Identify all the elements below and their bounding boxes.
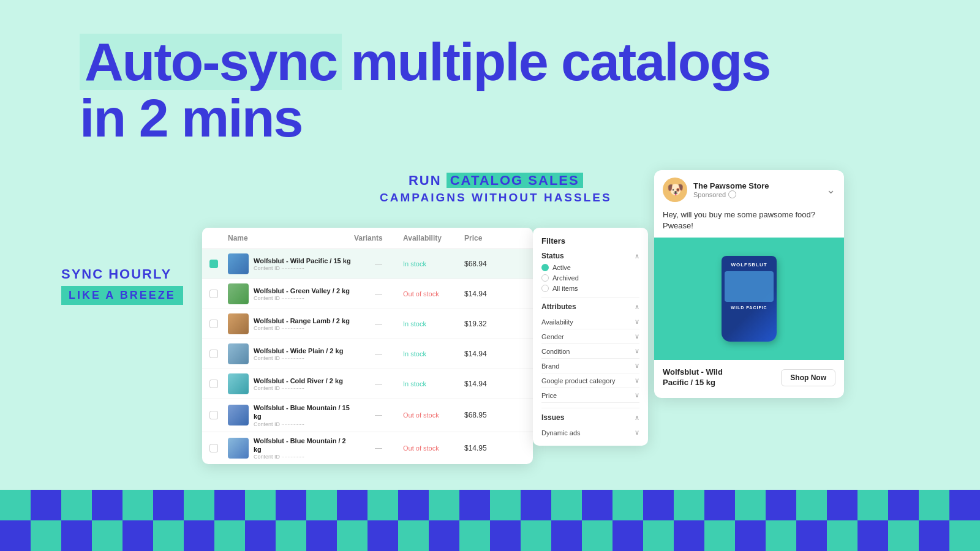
checker-cell bbox=[827, 490, 858, 520]
checker-cell bbox=[643, 520, 674, 551]
availability-cell: Out of stock bbox=[403, 290, 464, 298]
product-id: Content ID ··············· bbox=[254, 385, 343, 391]
attributes-section-header[interactable]: Attributes ∧ bbox=[541, 302, 639, 311]
availability-cell: Out of stock bbox=[403, 411, 464, 419]
checker-cell bbox=[398, 490, 429, 520]
product-id: Content ID ··············· bbox=[254, 265, 351, 271]
product-id: Content ID ··············· bbox=[254, 454, 354, 460]
checker-cell bbox=[858, 490, 888, 520]
checker-cell bbox=[521, 520, 551, 551]
checker-cell bbox=[766, 520, 796, 551]
table-row[interactable]: Wolfsblut - Range Lamb / 2 kg Content ID… bbox=[202, 309, 533, 339]
checker-cell bbox=[612, 490, 643, 520]
ad-header: 🐶 The Pawsome Store Sponsored ⌄ bbox=[654, 170, 844, 209]
checker-cell bbox=[888, 490, 919, 520]
filter-price[interactable]: Price ∨ bbox=[541, 388, 639, 403]
row-checkbox[interactable] bbox=[209, 411, 228, 419]
sponsored-label: Sponsored bbox=[693, 190, 820, 198]
row-checkbox[interactable] bbox=[209, 320, 228, 328]
sub-line2: campaigns without hassles bbox=[380, 191, 612, 204]
run-text: Run bbox=[409, 173, 447, 188]
product-cell: Wolfsblut - Wide Plain / 2 kg Content ID… bbox=[228, 343, 354, 364]
product-cell: Wolfsblut - Blue Mountain / 2 kg Content… bbox=[228, 437, 354, 460]
store-name: The Pawsome Store bbox=[693, 181, 820, 190]
checker-cell bbox=[306, 520, 337, 551]
attributes-chevron-icon: ∧ bbox=[635, 303, 639, 311]
filter-condition[interactable]: Condition ∨ bbox=[541, 344, 639, 359]
sub-headline-section: Run Catalog Sales campaigns without hass… bbox=[380, 173, 612, 204]
product-id: Content ID ··············· bbox=[254, 295, 350, 301]
product-info: Wolfsblut - Range Lamb / 2 kg Content ID… bbox=[254, 317, 350, 331]
product-cell: Wolfsblut - Range Lamb / 2 kg Content ID… bbox=[228, 313, 354, 334]
price-label: Price bbox=[541, 392, 557, 399]
product-cell: Wolfsblut - Wild Pacific / 15 kg Content… bbox=[228, 253, 354, 274]
product-info: Wolfsblut - Blue Mountain / 15 kg Conten… bbox=[254, 403, 354, 427]
table-row[interactable]: Wolfsblut - Blue Mountain / 2 kg Content… bbox=[202, 432, 533, 465]
product-info: Wolfsblut - Wild Pacific / 15 kg Content… bbox=[254, 257, 351, 271]
product-name: Wolfsblut - Blue Mountain / 2 kg bbox=[254, 437, 354, 454]
option-archived-label: Archived bbox=[552, 274, 579, 282]
row-checkbox[interactable] bbox=[209, 380, 228, 388]
price-cell: $19.32 bbox=[464, 320, 513, 328]
filter-gender[interactable]: Gender ∨ bbox=[541, 329, 639, 344]
table-row[interactable]: Wolfsblut - Wild Pacific / 15 kg Content… bbox=[202, 249, 533, 279]
checker-cell bbox=[368, 490, 398, 520]
filter-availability[interactable]: Availability ∨ bbox=[541, 315, 639, 329]
globe-icon bbox=[728, 190, 736, 198]
price-cell: $14.94 bbox=[464, 380, 513, 388]
status-chevron-icon: ∧ bbox=[635, 252, 639, 260]
checker-cell bbox=[459, 520, 490, 551]
price-cell: $68.95 bbox=[464, 411, 513, 419]
checker-cell bbox=[521, 490, 551, 520]
checker-cell bbox=[704, 520, 735, 551]
checker-cell bbox=[337, 520, 368, 551]
checker-cell bbox=[123, 520, 153, 551]
checker-cell bbox=[368, 520, 398, 551]
radio-all[interactable] bbox=[541, 285, 549, 292]
checker-cell bbox=[123, 490, 153, 520]
product-image bbox=[228, 373, 249, 394]
product-image bbox=[228, 405, 249, 425]
table-row[interactable]: Wolfsblut - Wide Plain / 2 kg Content ID… bbox=[202, 339, 533, 369]
checker-cell bbox=[245, 520, 276, 551]
table-row[interactable]: Wolfsblut - Cold River / 2 kg Content ID… bbox=[202, 369, 533, 399]
col-price: Price bbox=[464, 234, 513, 242]
filter-google-category[interactable]: Google product category ∨ bbox=[541, 373, 639, 388]
product-variant-label: WILD PACIFIC bbox=[727, 305, 771, 310]
radio-archived[interactable] bbox=[541, 274, 549, 282]
filter-brand[interactable]: Brand ∨ bbox=[541, 359, 639, 373]
row-checkbox[interactable] bbox=[209, 260, 228, 268]
product-name: Wolfsblut - Wild Pacific / 15 kg bbox=[254, 257, 351, 265]
availability-cell: In stock bbox=[403, 260, 464, 268]
issues-section-header[interactable]: Issues ∧ bbox=[541, 413, 639, 422]
product-cell: Wolfsblut - Blue Mountain / 15 kg Conten… bbox=[228, 403, 354, 427]
table-row[interactable]: Wolfsblut - Green Valley / 2 kg Content … bbox=[202, 279, 533, 309]
checker-cell bbox=[919, 520, 949, 551]
ad-chevron-icon[interactable]: ⌄ bbox=[826, 183, 835, 197]
filter-option-archived[interactable]: Archived bbox=[541, 274, 639, 282]
table-row[interactable]: Wolfsblut - Blue Mountain / 15 kg Conten… bbox=[202, 399, 533, 432]
filter-option-active[interactable]: Active bbox=[541, 264, 639, 271]
product-cell: Wolfsblut - Green Valley / 2 kg Content … bbox=[228, 283, 354, 304]
issues-chevron-icon: ∧ bbox=[635, 414, 639, 422]
catalog-sales-highlight: Catalog Sales bbox=[447, 173, 583, 188]
filter-dynamic-ads[interactable]: Dynamic ads ∨ bbox=[541, 425, 639, 440]
checker-cell bbox=[61, 490, 92, 520]
price-cell: $68.94 bbox=[464, 260, 513, 268]
checker-cell bbox=[735, 520, 766, 551]
col-actions bbox=[513, 234, 526, 242]
row-checkbox[interactable] bbox=[209, 350, 228, 358]
radio-active[interactable] bbox=[541, 264, 549, 271]
availability-cell: In stock bbox=[403, 380, 464, 388]
row-checkbox[interactable] bbox=[209, 444, 228, 452]
checker-cell bbox=[490, 490, 521, 520]
filter-option-all[interactable]: All items bbox=[541, 285, 639, 292]
checker-cell bbox=[184, 520, 214, 551]
checker-cell bbox=[429, 490, 459, 520]
checker-row-1 bbox=[0, 490, 980, 520]
status-section-header[interactable]: Status ∧ bbox=[541, 252, 639, 260]
checker-cell bbox=[31, 490, 61, 520]
row-checkbox[interactable] bbox=[209, 290, 228, 298]
checker-cell bbox=[276, 520, 306, 551]
shop-now-button[interactable]: Shop Now bbox=[781, 369, 835, 386]
